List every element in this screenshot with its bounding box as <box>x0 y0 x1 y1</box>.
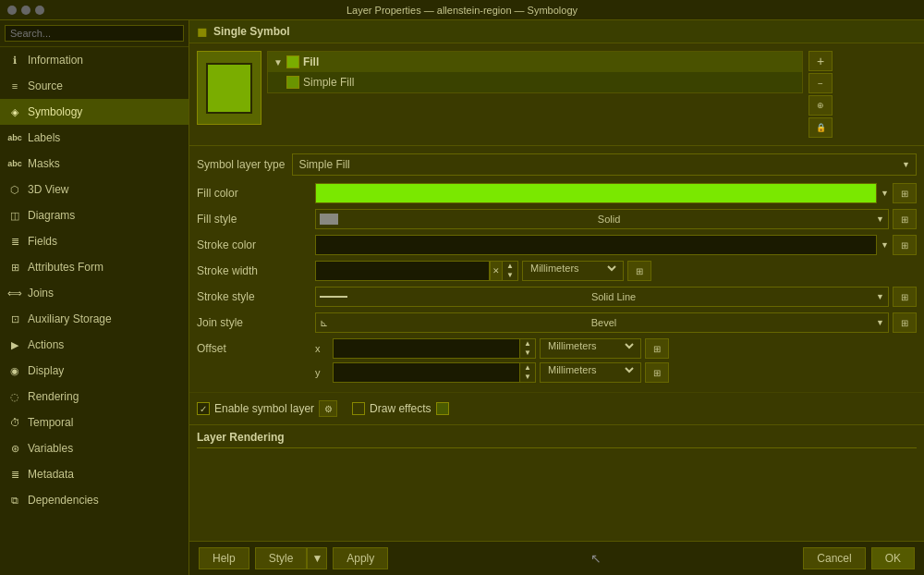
sidebar-item-joins[interactable]: ⟺ Joins <box>0 280 188 306</box>
enable-symbol-checkbox[interactable]: ✓ <box>197 402 210 415</box>
metadata-icon: ≣ <box>7 467 22 482</box>
fill-color-copy-button[interactable]: ⊞ <box>893 183 917 203</box>
sidebar-item-dependencies[interactable]: ⧉ Dependencies <box>0 487 188 513</box>
display-icon: ◉ <box>7 363 22 378</box>
fill-style-arrow-icon: ▼ <box>876 214 884 224</box>
minimize-button[interactable] <box>21 6 30 15</box>
offset-copy-button[interactable]: ⊞ <box>645 338 669 359</box>
sidebar-item-attributes-form[interactable]: ⊞ Attributes Form <box>0 254 188 280</box>
sidebar-item-temporal[interactable]: ⏱ Temporal <box>0 410 188 435</box>
offset-y-copy-button[interactable]: ⊞ <box>645 362 669 383</box>
draw-effects-check[interactable]: Draw effects <box>352 402 448 415</box>
offset-x-input[interactable]: 0.000000 <box>337 343 516 354</box>
right-panel: ◼ Single Symbol ▼ <box>189 20 924 575</box>
sidebar-item-information[interactable]: ℹ Information <box>0 47 188 73</box>
style-button[interactable]: Style <box>255 547 308 569</box>
offset-unit-select[interactable]: Millimeters Pixels Points <box>544 339 637 352</box>
offset-y-spinner[interactable]: ▲ ▼ <box>520 362 536 383</box>
join-style-dropdown[interactable]: ⊾ Bevel ▼ <box>315 312 889 333</box>
fill-color-control: ▼ ⊞ <box>315 183 917 203</box>
stroke-width-unit-select[interactable]: Millimeters Pixels Points <box>527 262 619 275</box>
stroke-width-down-button[interactable]: ▼ <box>503 271 517 280</box>
join-style-copy-button[interactable]: ⊞ <box>893 312 917 333</box>
lock-button[interactable]: 🔒 <box>808 117 833 138</box>
offset-y-field[interactable]: 0.000000 <box>333 362 520 383</box>
offset-y-up-button[interactable]: ▲ <box>520 363 535 373</box>
cursor-area: ↖ <box>590 551 602 566</box>
offset-x-down-button[interactable]: ▼ <box>520 349 535 358</box>
sidebar-item-3dview[interactable]: ⬡ 3D View <box>0 177 188 202</box>
ok-button[interactable]: OK <box>871 547 915 569</box>
symbol-preview-inner <box>206 63 252 114</box>
fill-style-copy-button[interactable]: ⊞ <box>893 209 917 229</box>
offset-x-up-button[interactable]: ▲ <box>520 339 535 349</box>
symbol-layer-type-dropdown[interactable]: Simple Fill ▼ <box>292 153 917 176</box>
fill-color-dropdown-arrow[interactable]: ▼ <box>881 189 889 198</box>
offset-x-field[interactable]: 0.000000 <box>333 338 520 359</box>
stroke-width-field[interactable]: 0.260000 <box>315 261 490 281</box>
sidebar-item-symbology[interactable]: ◈ Symbology <box>0 99 188 125</box>
information-icon: ℹ <box>7 53 22 67</box>
offset-y-label: y <box>315 367 329 378</box>
sidebar-item-auxiliary-storage[interactable]: ⊡ Auxiliary Storage <box>0 306 188 332</box>
offset-y-down-button[interactable]: ▼ <box>520 373 535 382</box>
sidebar-item-display[interactable]: ◉ Display <box>0 358 188 384</box>
duplicate-layer-button[interactable]: ⊕ <box>808 95 833 116</box>
sidebar-item-labels[interactable]: abc Labels <box>0 125 188 151</box>
style-dropdown-button[interactable]: ▼ <box>307 547 327 569</box>
add-layer-button[interactable]: + <box>808 51 833 71</box>
sidebar-item-variables[interactable]: ⊛ Variables <box>0 435 188 461</box>
stroke-color-swatch[interactable] <box>315 235 877 255</box>
sidebar-item-masks[interactable]: abc Masks <box>0 151 188 177</box>
sidebar-item-fields[interactable]: ≣ Fields <box>0 228 188 254</box>
stroke-style-dropdown[interactable]: Solid Line ▼ <box>315 287 889 307</box>
stroke-width-copy-button[interactable]: ⊞ <box>627 261 651 281</box>
remove-layer-button[interactable]: − <box>808 73 833 93</box>
offset-y-unit[interactable]: Millimeters Pixels Points <box>540 362 641 383</box>
stroke-width-clear-button[interactable]: ✕ <box>490 261 503 281</box>
help-button[interactable]: Help <box>199 547 249 569</box>
stroke-width-control: 0.260000 ✕ ▲ ▼ Millimeters Pixels <box>315 261 917 281</box>
dependencies-icon: ⧉ <box>7 493 22 508</box>
sidebar-label-temporal: Temporal <box>28 416 73 429</box>
stroke-color-dropdown-arrow[interactable]: ▼ <box>881 240 889 250</box>
masks-icon: abc <box>7 156 22 171</box>
stroke-width-up-button[interactable]: ▲ <box>503 262 517 271</box>
offset-unit[interactable]: Millimeters Pixels Points <box>540 338 641 359</box>
offset-x-spinner[interactable]: ▲ ▼ <box>520 338 536 359</box>
sidebar-item-diagrams[interactable]: ◫ Diagrams <box>0 202 188 228</box>
close-button[interactable] <box>7 6 17 15</box>
enable-symbol-check[interactable]: ✓ Enable symbol layer ⚙ <box>197 400 337 417</box>
sidebar-item-metadata[interactable]: ≣ Metadata <box>0 461 188 487</box>
offset-label: Offset <box>197 342 308 355</box>
search-input[interactable] <box>5 25 184 42</box>
search-bar[interactable] <box>0 20 188 47</box>
maximize-button[interactable] <box>35 6 44 15</box>
temporal-icon: ⏱ <box>7 415 22 430</box>
stroke-width-label: Stroke width <box>197 264 308 277</box>
stroke-style-copy-button[interactable]: ⊞ <box>893 287 917 307</box>
stroke-color-copy-button[interactable]: ⊞ <box>893 235 917 255</box>
enable-symbol-settings-button[interactable]: ⚙ <box>319 400 337 417</box>
offset-y-input[interactable]: 0.000000 <box>337 367 516 378</box>
stroke-width-input[interactable]: 0.260000 <box>320 265 485 276</box>
draw-effects-checkbox[interactable] <box>352 402 365 415</box>
apply-button[interactable]: Apply <box>333 547 388 569</box>
simple-fill-tree-row[interactable]: Simple Fill <box>268 72 802 92</box>
fill-style-dropdown[interactable]: Solid ▼ <box>315 209 889 229</box>
fill-color-swatch[interactable] <box>315 183 877 203</box>
sidebar-label-variables: Variables <box>28 442 73 455</box>
cancel-button[interactable]: Cancel <box>803 547 865 569</box>
fill-color-row: Fill color ▼ ⊞ <box>197 183 917 203</box>
sidebar-item-source[interactable]: ≡ Source <box>0 73 188 99</box>
sidebar-label-display: Display <box>28 364 64 377</box>
sidebar-item-rendering[interactable]: ◌ Rendering <box>0 384 188 410</box>
sidebar-item-actions[interactable]: ▶ Actions <box>0 332 188 358</box>
fill-tree-row[interactable]: ▼ Fill <box>268 52 802 72</box>
stroke-width-unit[interactable]: Millimeters Pixels Points <box>522 261 624 281</box>
footer-right: Cancel OK <box>803 547 915 569</box>
stroke-width-spinner[interactable]: ▲ ▼ <box>503 261 518 281</box>
offset-y-unit-select[interactable]: Millimeters Pixels Points <box>544 363 637 376</box>
sidebar-label-actions: Actions <box>28 338 64 351</box>
attributes-form-icon: ⊞ <box>7 260 22 275</box>
